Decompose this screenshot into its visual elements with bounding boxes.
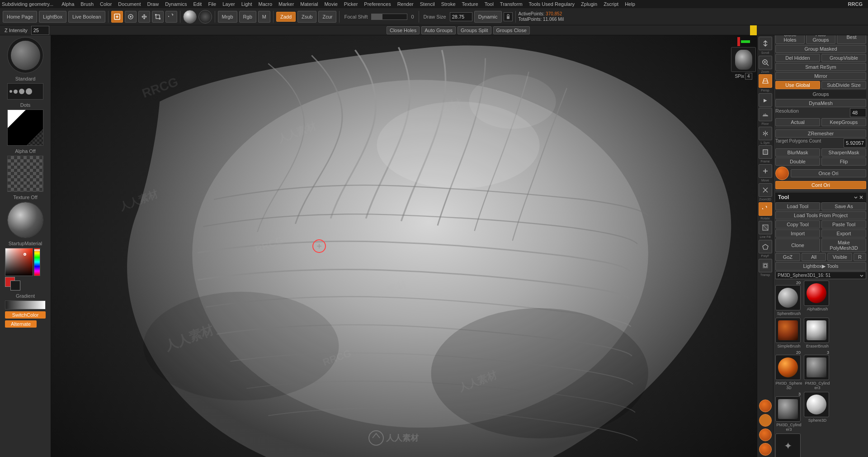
orange-tool-1[interactable] (759, 400, 772, 412)
menu-marker[interactable]: Marker (276, 1, 297, 7)
menu-picker[interactable]: Picker (341, 1, 361, 7)
menu-tool[interactable]: Tool (482, 1, 496, 7)
menu-layer[interactable]: Layer (220, 1, 238, 7)
color-gradient-box[interactable] (5, 248, 33, 276)
flip-button[interactable]: Flip (821, 157, 866, 166)
polyf-button[interactable] (759, 240, 772, 253)
move-icon[interactable] (138, 11, 150, 23)
switch-color-button[interactable]: SwitchColor (5, 311, 46, 319)
tool-section-header[interactable]: Tool (775, 193, 866, 202)
menu-zplugin[interactable]: Zplugin (578, 1, 600, 7)
color-picker[interactable] (5, 248, 46, 290)
dynamesh-button[interactable]: DynaMesh (775, 99, 866, 107)
menu-edit[interactable]: Edit (190, 1, 204, 7)
blurmask-button[interactable]: BlurMask (775, 148, 820, 157)
persp-button[interactable] (759, 74, 772, 88)
menu-material[interactable]: Material (297, 1, 321, 7)
expand-button[interactable]: ▶ (759, 93, 772, 107)
rgb-button[interactable]: Rgb (239, 11, 256, 23)
groups-split-button[interactable]: Groups Split (458, 26, 491, 34)
clone-button[interactable]: Clone (775, 238, 820, 252)
menu-macro[interactable]: Macro (256, 1, 275, 7)
rotate-icon[interactable] (165, 11, 177, 23)
menu-zscript[interactable]: Zscript (601, 1, 621, 7)
menu-brush[interactable]: Brush (78, 1, 96, 7)
color-hue-bar[interactable] (34, 248, 40, 276)
menu-render[interactable]: Render (395, 1, 416, 7)
alpha-preview[interactable] (7, 109, 43, 146)
all-button[interactable]: All (802, 253, 826, 261)
sphere3d-thumb[interactable]: Sphere3D (804, 392, 831, 432)
spherebrush-thumb[interactable]: 20 SphereBrush (775, 281, 802, 316)
zcur-button[interactable]: Zcur (318, 11, 336, 23)
floor-button[interactable] (759, 108, 772, 121)
group-masked-button[interactable]: Group Masked (775, 45, 866, 53)
menu-preferences[interactable]: Preferences (361, 1, 393, 7)
menu-draw[interactable]: Draw (144, 1, 161, 7)
zsub-button[interactable]: Zsub (297, 11, 316, 23)
gradient-preview[interactable] (5, 300, 46, 309)
copy-tool-button[interactable]: Copy Tool (775, 220, 820, 228)
rotate-nav-button[interactable] (759, 202, 772, 216)
scroll-button[interactable] (759, 37, 772, 50)
import-button[interactable]: Import (775, 229, 820, 238)
lock-icon[interactable] (504, 12, 513, 21)
material-preview[interactable] (7, 202, 43, 238)
polymesh3d-thumb[interactable]: ✦ PolyMesh3D (775, 433, 802, 457)
cont-ori-button[interactable]: Cont Ori (775, 181, 866, 189)
lsym-button[interactable] (759, 127, 772, 140)
zremesher-button[interactable]: ZRemesher (775, 129, 866, 138)
use-global-button[interactable]: Use Global (775, 81, 820, 89)
dots-preview[interactable] (7, 83, 43, 100)
menu-transform[interactable]: Transform (497, 1, 525, 7)
menu-movie[interactable]: Movie (321, 1, 340, 7)
draw-icon[interactable] (125, 11, 137, 23)
zoom-button[interactable] (759, 56, 772, 69)
pm3dcylinder-thumb-1[interactable]: 3 PM3D_Cylinder3 (804, 350, 831, 390)
menu-stencil[interactable]: Stencil (417, 1, 438, 7)
home-page-button[interactable]: Home Page (3, 11, 37, 23)
z-intensity-input[interactable] (31, 26, 49, 35)
menu-color[interactable]: Color (97, 1, 114, 7)
live-boolean-button[interactable]: Live Boolean (68, 11, 105, 23)
pm3dcylinder-thumb-2[interactable]: 3 PM3D_Cylinder3 (775, 392, 802, 432)
alphabrush-thumb[interactable]: AlphaBrush (804, 281, 831, 316)
focal-shift-slider[interactable] (371, 14, 407, 20)
move-nav-button[interactable] (759, 164, 772, 178)
pm3dsphere-thumb[interactable]: 20 PM3D_Sphere3D (775, 350, 802, 390)
lightbox-button[interactable]: LightBox (39, 11, 66, 23)
scale-icon[interactable] (152, 11, 164, 23)
target-poly-input[interactable] (844, 138, 866, 148)
orange-tool-4[interactable] (759, 443, 772, 456)
actual-button[interactable]: Actual (775, 118, 820, 126)
m-button[interactable]: M (258, 11, 270, 23)
background-color[interactable] (10, 281, 20, 290)
menu-document[interactable]: Document (115, 1, 143, 7)
menu-light[interactable]: Light (239, 1, 255, 7)
double-button[interactable]: Double (775, 157, 820, 166)
save-as-button[interactable]: Save As (821, 202, 866, 210)
lightbox-tools-button[interactable]: Lightbox▶ Tools (775, 262, 866, 271)
orange-tool-3[interactable] (759, 428, 772, 441)
frame-button[interactable] (759, 145, 772, 159)
dynamic-button[interactable]: Dynamic (474, 11, 502, 23)
menu-alpha[interactable]: Alpha (59, 1, 77, 7)
brush-preview[interactable] (7, 37, 43, 73)
orange-tool-2[interactable] (759, 414, 772, 427)
groups-close-button[interactable]: Groups Close (493, 26, 530, 34)
edit-icon[interactable] (111, 11, 123, 23)
canvas-area[interactable]: RRCG 人人素材 人人素材 RRCG 人人素材 人人素材 人人素材 RRCG … (51, 35, 757, 457)
linefill-button[interactable] (759, 221, 772, 234)
zadd-button[interactable]: Zadd (276, 12, 296, 22)
eraserbrush-thumb[interactable]: EraserBrush (804, 318, 831, 348)
menu-file[interactable]: File (205, 1, 219, 7)
load-tool-button[interactable]: Load Tool (775, 202, 820, 210)
menu-stroke[interactable]: Stroke (439, 1, 458, 7)
draw-size-input[interactable] (450, 12, 472, 21)
menu-help[interactable]: Help (622, 1, 638, 7)
render-preview[interactable] (183, 10, 197, 24)
resolution-input[interactable] (850, 108, 866, 117)
simplebrush-thumb[interactable]: SimpleBrush (775, 318, 802, 348)
load-from-project-button[interactable]: Load Tools From Project (775, 211, 866, 219)
once-ori-button[interactable]: Once Ori (791, 169, 866, 177)
